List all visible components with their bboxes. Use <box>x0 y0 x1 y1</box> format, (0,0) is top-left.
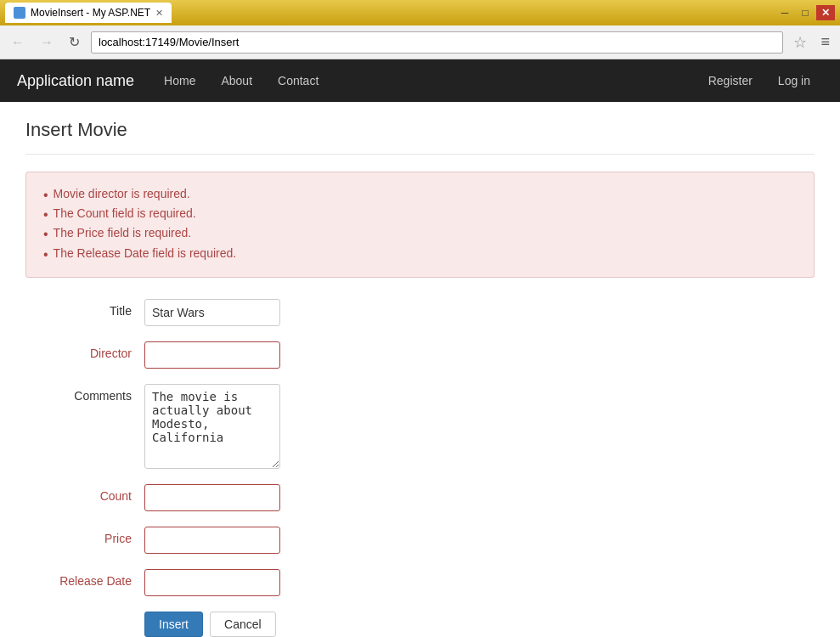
price-label: Price <box>25 527 144 545</box>
back-button[interactable]: ← <box>7 33 29 52</box>
page-divider <box>25 154 815 155</box>
app-navbar: Application name Home About Contact Regi… <box>0 59 840 102</box>
release-date-label: Release Date <box>25 569 144 588</box>
page-content: Insert Movie Movie director is required.… <box>0 102 840 637</box>
nav-login[interactable]: Log in <box>765 59 823 102</box>
title-label: Title <box>25 299 144 318</box>
form-group-director: Director <box>25 341 535 369</box>
comments-textarea[interactable]: The movie is actually about Modesto, Cal… <box>144 384 280 469</box>
browser-tab[interactable]: MovieInsert - My ASP.NET ✕ <box>5 3 172 23</box>
director-label: Director <box>25 341 144 360</box>
title-input[interactable] <box>144 299 280 326</box>
nav-links: Home About Contact <box>151 59 696 102</box>
maximize-button[interactable]: □ <box>796 5 815 20</box>
validation-error-list: Movie director is required. The Count fi… <box>43 185 797 264</box>
page-title: Insert Movie <box>25 119 815 141</box>
title-bar-controls: ─ □ ✕ <box>775 5 835 20</box>
count-label: Count <box>25 484 144 503</box>
validation-error-2: The Price field is required. <box>43 224 797 244</box>
nav-right: Register Log in <box>696 59 823 102</box>
count-input[interactable] <box>144 484 280 511</box>
nav-contact[interactable]: Contact <box>265 59 331 102</box>
form-group-price: Price <box>25 527 535 554</box>
form-group-title: Title <box>25 299 535 326</box>
validation-error-3: The Release Date field is required. <box>43 245 797 264</box>
nav-about[interactable]: About <box>208 59 265 102</box>
form-group-comments: Comments The movie is actually about Mod… <box>25 384 535 469</box>
address-input[interactable] <box>91 31 783 54</box>
address-bar: ← → ↻ ☆ ≡ <box>0 25 840 59</box>
cancel-button[interactable]: Cancel <box>210 612 276 637</box>
forward-button[interactable]: → <box>36 33 58 52</box>
close-button[interactable]: ✕ <box>816 5 835 20</box>
director-input[interactable] <box>144 341 280 369</box>
comments-label: Comments <box>25 384 144 403</box>
form-group-count: Count <box>25 484 535 511</box>
nav-register[interactable]: Register <box>696 59 765 102</box>
browser-window: MovieInsert - My ASP.NET ✕ ─ □ ✕ ← → ↻ ☆… <box>0 0 840 637</box>
bookmark-icon[interactable]: ☆ <box>790 33 810 52</box>
release-date-input[interactable] <box>144 569 280 596</box>
price-input[interactable] <box>144 527 280 554</box>
validation-summary: Movie director is required. The Count fi… <box>25 172 815 278</box>
form-group-release-date: Release Date <box>25 569 535 596</box>
menu-icon[interactable]: ≡ <box>817 33 833 51</box>
nav-home[interactable]: Home <box>151 59 208 102</box>
insert-form: Title Director Comments The movie is act… <box>25 299 535 637</box>
title-bar: MovieInsert - My ASP.NET ✕ ─ □ ✕ <box>0 0 840 25</box>
insert-button[interactable]: Insert <box>144 612 203 637</box>
validation-error-1: The Count field is required. <box>43 205 797 224</box>
tab-close-icon[interactable]: ✕ <box>155 8 163 19</box>
form-actions: Insert Cancel <box>144 612 535 637</box>
app-brand: Application name <box>17 72 134 90</box>
refresh-button[interactable]: ↻ <box>65 32 84 52</box>
validation-error-0: Movie director is required. <box>43 185 797 205</box>
tab-title: MovieInsert - My ASP.NET <box>31 7 150 19</box>
minimize-button[interactable]: ─ <box>775 5 794 20</box>
title-bar-left: MovieInsert - My ASP.NET ✕ <box>5 3 172 23</box>
tab-icon <box>14 7 25 19</box>
